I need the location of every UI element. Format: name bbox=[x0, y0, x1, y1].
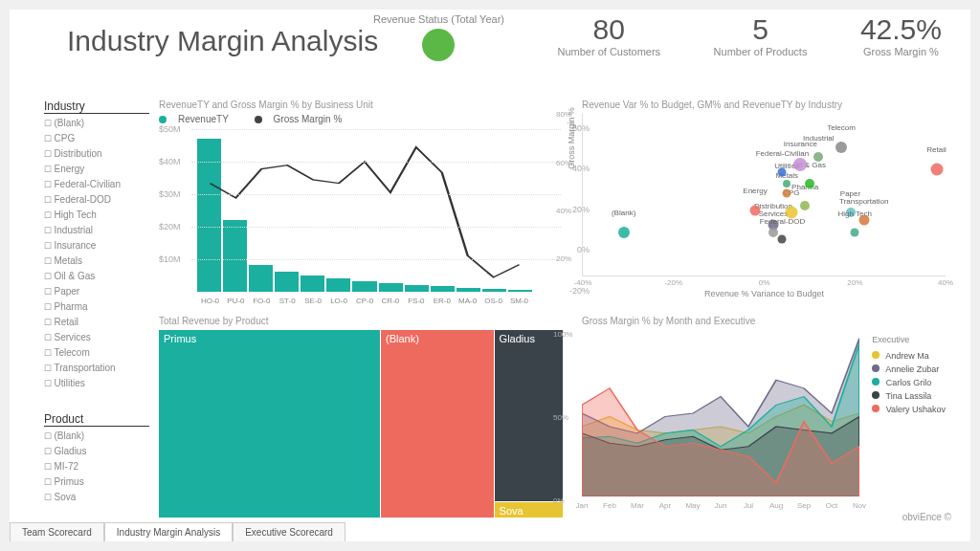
scatter-label: Transportation bbox=[839, 196, 888, 205]
scatter-point[interactable] bbox=[618, 227, 630, 238]
report-tab[interactable]: Industry Margin Analysis bbox=[104, 522, 233, 541]
scatter-point[interactable] bbox=[768, 228, 778, 237]
scatter-point[interactable] bbox=[813, 152, 823, 162]
kpi-customers[interactable]: 80 Number of Customers bbox=[557, 13, 660, 61]
report-tabs: Team ScorecardIndustry Margin AnalysisEx… bbox=[10, 522, 345, 541]
combo-x-label: OS-0 bbox=[480, 297, 506, 305]
kpi-status[interactable]: Revenue Status (Total Year) bbox=[373, 13, 504, 61]
slicer-industry-item[interactable]: Services bbox=[44, 330, 149, 345]
slicer-product-item[interactable]: MI-72 bbox=[44, 459, 149, 474]
kpi-row: Revenue Status (Total Year) 80 Number of… bbox=[373, 13, 942, 61]
scatter-label: Retail bbox=[926, 144, 946, 153]
area-chart[interactable]: Gross Margin % by Month and Executive 10… bbox=[582, 316, 946, 517]
area-legend: Executive Andrew Ma Annelie Zubar Carlos… bbox=[872, 333, 946, 416]
scatter-point[interactable] bbox=[750, 205, 761, 215]
slicer-industry-item[interactable]: Utilities bbox=[44, 376, 149, 391]
slicer-industry-item[interactable]: Metals bbox=[44, 253, 149, 269]
scatter-point[interactable] bbox=[778, 235, 787, 244]
area-legend-item[interactable]: Andrew Ma bbox=[872, 349, 946, 363]
area-legend-item[interactable]: Carlos Grilo bbox=[872, 376, 946, 389]
report-tab[interactable]: Team Scorecard bbox=[10, 522, 104, 541]
combo-chart-title: RevenueTY and Gross Margin % by Business… bbox=[159, 99, 561, 110]
scatter-point[interactable] bbox=[805, 179, 814, 188]
combo-legend: RevenueTY Gross Margin % bbox=[159, 114, 561, 125]
combo-chart[interactable]: RevenueTY and Gross Margin % by Business… bbox=[159, 99, 561, 310]
scatter-label: Industrial bbox=[803, 134, 834, 143]
scatter-label: Federal-DOD bbox=[760, 216, 806, 225]
combo-x-label: HO-0 bbox=[197, 297, 223, 305]
combo-x-label: FS-0 bbox=[403, 297, 429, 305]
slicer-industry-title: Industry bbox=[44, 99, 149, 114]
slicer-industry-item[interactable]: (Blank) bbox=[44, 116, 149, 131]
combo-x-label: PU-0 bbox=[223, 297, 249, 305]
report-canvas: Industry Margin Analysis Revenue Status … bbox=[10, 10, 970, 541]
slicer-industry[interactable]: Industry (Blank)CPGDistributionEnergyFed… bbox=[44, 99, 149, 391]
kpi-margin-value: 42.5% bbox=[860, 13, 942, 46]
treemap-chart[interactable]: Total Revenue by Product PrimusGladius(B… bbox=[159, 316, 561, 517]
scatter-point[interactable] bbox=[778, 167, 787, 176]
treemap-cell[interactable]: (Blank) bbox=[381, 330, 494, 518]
slicer-industry-item[interactable]: Federal-DOD bbox=[44, 192, 149, 208]
combo-x-label: CP-0 bbox=[352, 297, 378, 305]
report-tab[interactable]: Executive Scorecard bbox=[233, 522, 345, 541]
kpi-products-value: 5 bbox=[714, 13, 808, 46]
slicer-product-item[interactable]: Primus bbox=[44, 474, 149, 490]
scatter-label: (Blank) bbox=[612, 208, 635, 216]
slicer-industry-item[interactable]: CPG bbox=[44, 131, 149, 146]
combo-x-label: MA-0 bbox=[455, 297, 480, 305]
combo-x-label: CR-0 bbox=[377, 297, 403, 305]
kpi-customers-value: 80 bbox=[557, 13, 660, 46]
scatter-point[interactable] bbox=[858, 215, 869, 226]
kpi-customers-label: Number of Customers bbox=[557, 46, 660, 57]
slicer-industry-item[interactable]: Oil & Gas bbox=[44, 269, 149, 284]
treemap-title: Total Revenue by Product bbox=[159, 316, 561, 326]
scatter-chart[interactable]: Revenue Var % to Budget, GM% and Revenue… bbox=[582, 99, 946, 300]
slicer-industry-item[interactable]: Retail bbox=[44, 315, 149, 330]
slicer-industry-item[interactable]: Energy bbox=[44, 162, 149, 177]
combo-x-label: SE-0 bbox=[301, 297, 326, 305]
combo-bar-legend: RevenueTY bbox=[178, 114, 229, 124]
scatter-point[interactable] bbox=[851, 228, 859, 236]
combo-x-label: ER-0 bbox=[429, 297, 455, 305]
combo-x-label: ST-0 bbox=[275, 297, 301, 305]
slicer-product-item[interactable]: (Blank) bbox=[44, 429, 149, 444]
kpi-margin[interactable]: 42.5% Gross Margin % bbox=[860, 13, 942, 61]
copyright: obviEnce © bbox=[902, 512, 951, 522]
slicer-industry-item[interactable]: High Tech bbox=[44, 208, 149, 223]
slicer-industry-item[interactable]: Insurance bbox=[44, 238, 149, 253]
page-title: Industry Margin Analysis bbox=[67, 25, 378, 57]
slicer-industry-item[interactable]: Distribution bbox=[44, 146, 149, 162]
slicer-industry-item[interactable]: Federal-Civilian bbox=[44, 177, 149, 192]
scatter-point[interactable] bbox=[783, 180, 791, 187]
area-legend-item[interactable]: Valery Ushakov bbox=[872, 403, 946, 416]
area-legend-item[interactable]: Tina Lassila bbox=[872, 389, 946, 403]
kpi-status-label: Revenue Status (Total Year) bbox=[373, 13, 504, 25]
scatter-point[interactable] bbox=[800, 201, 810, 210]
slicer-product-item[interactable]: Gladius bbox=[44, 444, 149, 459]
scatter-point[interactable] bbox=[930, 164, 943, 176]
scatter-label: Energy bbox=[743, 187, 767, 195]
slicer-industry-item[interactable]: Transportation bbox=[44, 361, 149, 376]
status-indicator-icon bbox=[422, 29, 455, 61]
area-legend-item[interactable]: Annelie Zubar bbox=[872, 363, 946, 376]
scatter-chart-title: Revenue Var % to Budget, GM% and Revenue… bbox=[582, 99, 946, 110]
scatter-point[interactable] bbox=[785, 207, 797, 219]
slicer-industry-item[interactable]: Pharma bbox=[44, 299, 149, 315]
area-legend-title: Executive bbox=[872, 333, 946, 346]
kpi-products[interactable]: 5 Number of Products bbox=[714, 13, 808, 61]
combo-x-label: LO-0 bbox=[326, 297, 352, 305]
slicer-product[interactable]: Product (Blank)GladiusMI-72PrimusSova bbox=[44, 412, 149, 505]
scatter-point[interactable] bbox=[793, 158, 807, 171]
combo-x-label: SM-0 bbox=[506, 297, 532, 305]
scatter-label: Federal-Civilian bbox=[756, 149, 810, 158]
scatter-point[interactable] bbox=[835, 142, 847, 153]
slicer-product-item[interactable]: Sova bbox=[44, 490, 149, 505]
treemap-cell[interactable]: Primus bbox=[159, 330, 380, 518]
slicer-industry-item[interactable]: Paper bbox=[44, 284, 149, 299]
slicer-industry-item[interactable]: Industrial bbox=[44, 223, 149, 238]
area-chart-title: Gross Margin % by Month and Executive bbox=[582, 316, 946, 326]
scatter-point[interactable] bbox=[783, 189, 791, 198]
scatter-xlabel: Revenue % Variance to Budget bbox=[583, 289, 946, 298]
slicer-industry-item[interactable]: Telecom bbox=[44, 345, 149, 361]
combo-line-legend: Gross Margin % bbox=[274, 114, 343, 124]
